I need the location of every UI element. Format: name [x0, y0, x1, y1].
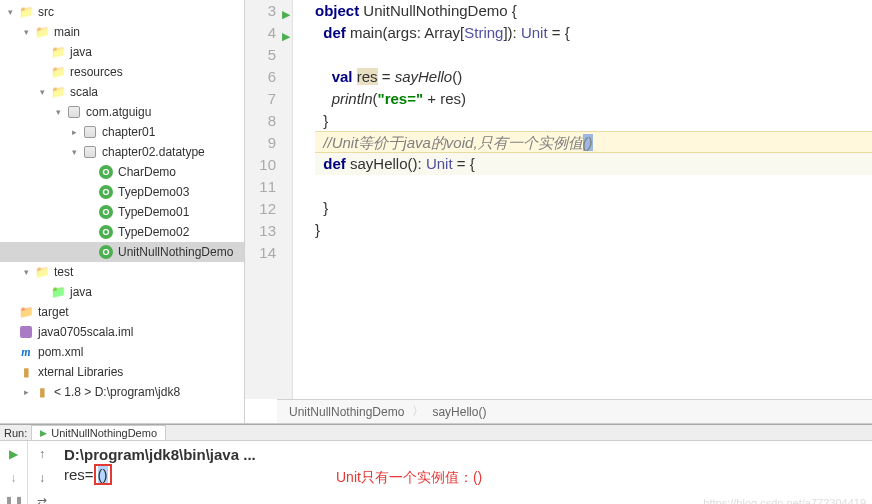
tree-toggle-icon [84, 246, 96, 258]
tree-item-src[interactable]: 📁src [0, 2, 244, 22]
run-gutter-icon[interactable]: ▶ [282, 25, 290, 47]
folder-icon: 📁 [18, 304, 34, 320]
gutter: 3▶4▶567891011121314 [245, 0, 293, 399]
tree-item-chapter02-datatype[interactable]: chapter02.datatype [0, 142, 244, 162]
breadcrumbs[interactable]: UnitNullNothingDemo 〉 sayHello() [277, 399, 872, 423]
library-icon: ▮ [18, 364, 34, 380]
tree-item-label: TyepDemo03 [118, 185, 189, 199]
tree-toggle-icon[interactable] [68, 126, 80, 138]
up-icon[interactable]: ↑ [33, 445, 51, 463]
project-tree: 📁src📁main📁java📁resources📁scalacom.atguig… [0, 0, 245, 423]
tree-item-typedemo02[interactable]: OTypeDemo02 [0, 222, 244, 242]
rerun-icon[interactable]: ▶ [5, 445, 23, 463]
tree-item-label: src [38, 5, 54, 19]
tree-toggle-icon[interactable] [20, 386, 32, 398]
code-line[interactable]: } [315, 110, 872, 132]
tree-toggle-icon [36, 46, 48, 58]
code-line[interactable] [315, 175, 872, 197]
line-number[interactable]: 10 [253, 154, 276, 176]
line-number[interactable]: 9 [253, 132, 276, 154]
tree-toggle-icon [4, 326, 16, 338]
tree-item-java[interactable]: 📁java [0, 42, 244, 62]
run-panel: Run: ▶ UnitNullNothingDemo ▶ ↓ ❚❚ ↑ ↓ ⇄ … [0, 424, 872, 504]
down-icon[interactable]: ↓ [33, 469, 51, 487]
tree-item-com-atguigu[interactable]: com.atguigu [0, 102, 244, 122]
console-output[interactable]: D:\program\jdk8\bin\java ... res=() Unit… [56, 441, 872, 504]
tree-toggle-icon[interactable] [36, 86, 48, 98]
line-number[interactable]: 5 [253, 44, 276, 66]
line-number[interactable]: 7 [253, 88, 276, 110]
line-number[interactable]: 12 [253, 198, 276, 220]
tree-item-label: xternal Libraries [38, 365, 123, 379]
tree-item-chapter01[interactable]: chapter01 [0, 122, 244, 142]
tree-item-unitnullnothingdemo[interactable]: OUnitNullNothingDemo [0, 242, 244, 262]
iml-icon [18, 324, 34, 340]
tree-toggle-icon[interactable] [20, 266, 32, 278]
code-line[interactable]: val res = sayHello() [315, 66, 872, 88]
tree-item---1-8----d--program-jdk8[interactable]: ▮< 1.8 > D:\program\jdk8 [0, 382, 244, 402]
line-number[interactable]: 4▶ [253, 22, 276, 44]
annotation-text: Unit只有一个实例值：() [336, 469, 482, 487]
tree-item-label: TypeDemo01 [118, 205, 189, 219]
tree-item-target[interactable]: 📁target [0, 302, 244, 322]
tree-item-label: java0705scala.iml [38, 325, 133, 339]
tree-toggle-icon[interactable] [52, 106, 64, 118]
tree-item-resources[interactable]: 📁resources [0, 62, 244, 82]
code-line[interactable]: } [315, 197, 872, 219]
tree-item-label: resources [70, 65, 123, 79]
object-icon: O [98, 224, 114, 240]
tree-item-label: test [54, 265, 73, 279]
line-number[interactable]: 14 [253, 242, 276, 264]
library-icon: ▮ [34, 384, 50, 400]
tree-item-java0705scala-iml[interactable]: java0705scala.iml [0, 322, 244, 342]
stop-icon[interactable]: ↓ [5, 469, 23, 487]
watermark: https://blog.csdn.net/a772304419 [703, 497, 866, 504]
code-line[interactable] [315, 44, 872, 66]
run-tab[interactable]: ▶ UnitNullNothingDemo [31, 425, 166, 440]
code-line[interactable]: //Unit等价于java的void,只有一个实例值() [315, 131, 872, 153]
tree-toggle-icon [84, 206, 96, 218]
code-line[interactable]: object UnitNullNothingDemo { [315, 0, 872, 22]
code-line[interactable]: def main(args: Array[String]): Unit = { [315, 22, 872, 44]
tree-toggle-icon[interactable] [68, 146, 80, 158]
code-content[interactable]: object UnitNullNothingDemo { def main(ar… [293, 0, 872, 399]
tree-toggle-icon [4, 306, 16, 318]
tree-item-label: target [38, 305, 69, 319]
breadcrumb-method[interactable]: sayHello() [432, 405, 486, 419]
folder-icon: 📁 [50, 284, 66, 300]
tree-item-tyepdemo03[interactable]: OTyepDemo03 [0, 182, 244, 202]
run-toolbar: ▶ ↓ ❚❚ [0, 441, 28, 504]
tree-item-label: main [54, 25, 80, 39]
wrap-icon[interactable]: ⇄ [33, 493, 51, 504]
tree-toggle-icon[interactable] [20, 26, 32, 38]
tree-item-chardemo[interactable]: OCharDemo [0, 162, 244, 182]
tree-item-pom-xml[interactable]: mpom.xml [0, 342, 244, 362]
code-line[interactable]: println("res=" + res) [315, 88, 872, 110]
line-number[interactable]: 3▶ [253, 0, 276, 22]
line-number[interactable]: 8 [253, 110, 276, 132]
tree-item-xternal-libraries[interactable]: ▮xternal Libraries [0, 362, 244, 382]
line-number[interactable]: 6 [253, 66, 276, 88]
line-number[interactable]: 11 [253, 176, 276, 198]
code-line[interactable]: def sayHello(): Unit = { [315, 153, 872, 175]
run-gutter-icon[interactable]: ▶ [282, 3, 290, 25]
breadcrumb-class[interactable]: UnitNullNothingDemo [289, 405, 404, 419]
folder-icon: 📁 [50, 84, 66, 100]
tree-item-test[interactable]: 📁test [0, 262, 244, 282]
tree-item-label: pom.xml [38, 345, 83, 359]
line-number[interactable]: 13 [253, 220, 276, 242]
tree-toggle-icon [36, 66, 48, 78]
tree-item-typedemo01[interactable]: OTypeDemo01 [0, 202, 244, 222]
code-line[interactable]: } [315, 219, 872, 241]
tree-item-label: < 1.8 > D:\program\jdk8 [54, 385, 180, 399]
tree-item-java[interactable]: 📁java [0, 282, 244, 302]
pause-icon[interactable]: ❚❚ [5, 493, 23, 504]
folder-icon: 📁 [50, 64, 66, 80]
object-icon: O [98, 184, 114, 200]
tree-toggle-icon[interactable] [4, 6, 16, 18]
object-icon: O [98, 164, 114, 180]
tree-item-main[interactable]: 📁main [0, 22, 244, 42]
code-line[interactable] [315, 241, 872, 263]
tree-item-scala[interactable]: 📁scala [0, 82, 244, 102]
run-tab-icon: ▶ [40, 428, 47, 438]
